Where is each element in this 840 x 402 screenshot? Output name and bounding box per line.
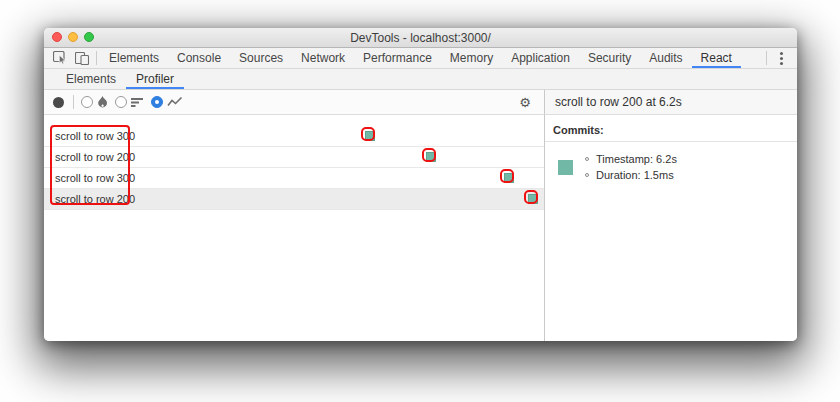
interaction-label: scroll to row 300 xyxy=(55,172,135,184)
tabbar-right-divider xyxy=(766,51,767,65)
interaction-row[interactable]: scroll to row 200 xyxy=(44,147,544,168)
tab-network[interactable]: Network xyxy=(292,48,354,68)
profiler-toolbar: ⚙ xyxy=(44,90,545,115)
commit-duration: Duration: 1.5ms xyxy=(596,169,674,181)
selected-interaction-label: scroll to row 200 at 6.2s xyxy=(555,95,682,109)
commit-timestamp: Timestamp: 6.2s xyxy=(596,153,677,165)
interaction-row[interactable]: scroll to row 200 xyxy=(44,189,544,210)
record-button[interactable] xyxy=(53,97,64,108)
close-window-button[interactable] xyxy=(52,32,62,42)
tab-elements[interactable]: Elements xyxy=(100,48,168,68)
tab-react[interactable]: React xyxy=(692,48,741,68)
interactions-zigzag-icon xyxy=(167,96,183,108)
commits-heading: Commits: xyxy=(545,115,797,142)
selected-interaction-header: scroll to row 200 at 6.2s xyxy=(545,90,797,115)
commit-swatch[interactable] xyxy=(558,160,573,175)
commit-marker[interactable] xyxy=(528,194,538,204)
commits-panel: Commits: Timestamp: 6.2s Duration: 1.5ms xyxy=(545,115,797,341)
gear-icon[interactable]: ⚙ xyxy=(519,96,531,109)
commit-duration-line: Duration: 1.5ms xyxy=(585,169,677,181)
interactions-radio[interactable] xyxy=(151,96,163,108)
mode-interactions[interactable] xyxy=(151,96,183,108)
commit-marker[interactable] xyxy=(365,131,375,141)
tab-performance[interactable]: Performance xyxy=(354,48,441,68)
tab-console[interactable]: Console xyxy=(168,48,230,68)
interaction-row[interactable]: scroll to row 300 xyxy=(44,168,544,189)
flamegraph-radio[interactable] xyxy=(81,96,93,108)
titlebar: DevTools - localhost:3000/ xyxy=(44,28,797,48)
device-toolbar-icon[interactable] xyxy=(71,48,93,68)
window-title: DevTools - localhost:3000/ xyxy=(350,31,491,45)
toolbar-divider xyxy=(73,95,74,109)
subtab-elements[interactable]: Elements xyxy=(56,69,126,89)
profiler-toolbar-row: ⚙ scroll to row 200 at 6.2s xyxy=(44,90,797,115)
tab-audits[interactable]: Audits xyxy=(640,48,691,68)
interactions-timeline: scroll to row 300 scroll to row 200 scro… xyxy=(44,115,545,341)
minimize-window-button[interactable] xyxy=(68,32,78,42)
commit-details: Timestamp: 6.2s Duration: 1.5ms xyxy=(585,153,677,181)
traffic-lights xyxy=(52,32,94,42)
tab-security[interactable]: Security xyxy=(579,48,640,68)
bullet-icon xyxy=(585,173,589,177)
more-options-icon[interactable] xyxy=(770,48,792,68)
commit-timestamp-line: Timestamp: 6.2s xyxy=(585,153,677,165)
devtools-tabbar: Elements Console Sources Network Perform… xyxy=(44,48,797,69)
mode-flamegraph[interactable] xyxy=(81,96,108,108)
interaction-row[interactable]: scroll to row 300 xyxy=(44,126,544,147)
subtab-profiler[interactable]: Profiler xyxy=(126,69,184,89)
ranked-radio[interactable] xyxy=(115,96,127,108)
interaction-label: scroll to row 200 xyxy=(55,193,135,205)
tab-memory[interactable]: Memory xyxy=(441,48,502,68)
commit-marker[interactable] xyxy=(426,152,436,162)
interaction-label: scroll to row 200 xyxy=(55,151,135,163)
commit-entry[interactable]: Timestamp: 6.2s Duration: 1.5ms xyxy=(545,153,797,181)
commit-marker[interactable] xyxy=(504,173,514,183)
mode-ranked[interactable] xyxy=(115,96,144,108)
ranked-bars-icon xyxy=(131,97,144,108)
tabbar-divider xyxy=(96,51,97,65)
zoom-window-button[interactable] xyxy=(84,32,94,42)
flame-icon xyxy=(97,96,108,108)
devtools-window: DevTools - localhost:3000/ Elements Cons… xyxy=(44,28,797,341)
tabbar-right-controls xyxy=(763,48,792,68)
bullet-icon xyxy=(585,157,589,161)
tab-application[interactable]: Application xyxy=(502,48,579,68)
profiler-content: scroll to row 300 scroll to row 200 scro… xyxy=(44,115,797,341)
react-subtabbar: Elements Profiler xyxy=(44,69,797,90)
tab-sources[interactable]: Sources xyxy=(230,48,292,68)
inspect-element-icon[interactable] xyxy=(49,48,71,68)
interaction-label: scroll to row 300 xyxy=(55,130,135,142)
